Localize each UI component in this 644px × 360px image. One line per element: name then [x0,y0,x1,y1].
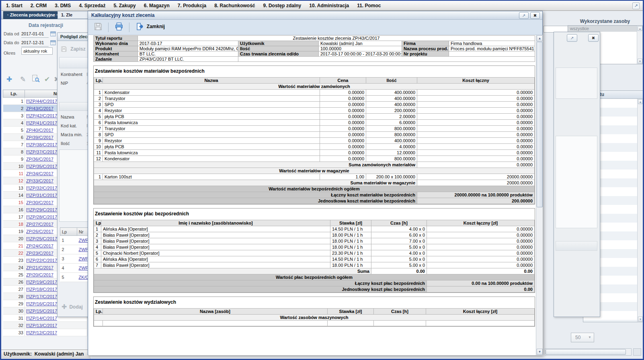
add-button[interactable]: ✚Dodaj [62,303,83,311]
popout-icon[interactable]: ↗ [632,2,640,9]
dialog-vertical-scrollbar[interactable]: ▲ ▼ [536,35,543,355]
order-link[interactable]: [!]ZP/18/C/2017 [26,287,57,292]
add-icon[interactable]: ✚ [4,74,14,85]
order-link[interactable]: [!]ZP/42/C/2017 [26,113,57,118]
order-link[interactable]: ZP/20/C/2017 [26,272,53,277]
page-size-select[interactable]: 50 ▼ [571,333,594,342]
scroll-down-icon[interactable]: ▼ [638,317,643,321]
resource-item[interactable]: wszystkie [568,26,642,32]
menu-item[interactable]: 11. Pomoc [353,1,385,10]
order-row[interactable]: 32 [!]ZP/13/C/2017 [3,322,87,329]
order-lp: 8 [3,148,25,155]
period-select[interactable]: aktualny rok [21,47,53,55]
menu-item[interactable]: 8. Rachunkowość [210,1,259,10]
order-lp: 17 [3,213,25,221]
order-link[interactable]: [!]ZP/38/C/2017 [26,142,57,147]
horizontal-scrollbar[interactable] [545,348,632,356]
suborder-lp: 5 [60,273,77,282]
save-icon [61,46,67,52]
menu-item[interactable]: 1. Start [2,1,27,10]
order-link[interactable]: [!]ZP/14/C/2017 [26,316,57,321]
menu-item[interactable]: 3. DMS [51,1,75,10]
edit-icon[interactable]: ✎ [18,74,28,85]
order-lp: 9 [3,155,25,163]
menu-item[interactable]: 7. Produkcja [174,1,210,10]
resources-scrollbar[interactable]: ▲ ▼ [637,26,642,64]
panel-box [556,136,597,228]
wage-row: 3 Białas Paweł [Operator] 18.00 PLN / 1 … [94,238,535,244]
order-link[interactable]: ZP/30/C/2017 [26,200,53,205]
application-window: 1. Start2. CRM3. DMS4. Sprzedaż5. Zakupy… [1,1,643,359]
order-link[interactable]: ZP/26/C/2017 [26,229,53,234]
menu-item[interactable]: 10. Administracja [305,1,353,10]
close-icon[interactable]: ✖ [588,34,599,42]
menu-item[interactable]: 6. Magazyn [140,1,174,10]
order-link[interactable]: ZP/34/C/2017 [26,171,53,176]
tab-zlecenia-produkcyjne[interactable]: · Zlecenia produkcyjne · [3,11,62,19]
order-link[interactable]: [!]ZP/41/C/2017 [26,121,57,125]
order-link[interactable]: [!]ZP/22/C/2017 [26,258,57,263]
suborder-lp: 3 [60,254,77,264]
scrollbar-thumb[interactable] [546,349,626,355]
menu-item[interactable]: 2. CRM [27,1,51,10]
order-link[interactable]: [!]ZP/15/C/2017 [26,309,57,313]
menu-item[interactable]: 5. Zakupy [109,1,139,10]
order-lp: 19 [3,228,25,235]
scrollbar-thumb[interactable] [537,42,543,207]
order-link[interactable]: [!]ZP/44/C/2017 [26,99,57,104]
toolbar-separator [129,22,129,32]
order-link[interactable]: [!]ZP/29/C/2017 [26,207,57,212]
menu-item[interactable]: 9. Dostęp zdalny [259,1,306,10]
order-link[interactable]: [!]ZP/28/C/2017 [26,215,57,219]
save-button[interactable]: Zapisz [61,43,86,55]
dialog-toolbar: Zamknij [88,20,542,35]
order-link[interactable]: [!]ZP/32/C/2017 [26,186,57,190]
close-dialog-button[interactable]: Zamknij [133,21,167,33]
order-link[interactable]: [!]ZP/16/C/2017 [26,301,57,306]
close-button[interactable]: ✖ [530,12,540,19]
order-link[interactable]: [!]ZP/25/C/2017 [26,236,57,241]
order-link[interactable]: ZP/27/C/2017 [26,222,53,227]
order-link[interactable]: ZP/40/C/2017 [26,128,53,133]
calendar-icon[interactable] [50,41,56,46]
menu-item[interactable]: 4. Sprzedaż [75,1,109,10]
order-link[interactable]: [!]ZP/12/C/2017 [26,330,57,335]
order-link[interactable]: [!]ZP/35/C/2017 [26,164,57,169]
order-link[interactable]: ZP/43/C/2017 [26,106,53,111]
order-link[interactable]: [!]ZP/17/C/2017 [26,294,57,299]
order-link[interactable]: ZP/21/C/2017 [26,265,53,270]
material-row: 8 SPD 0.00000 800.00000 0.00000 [94,132,535,138]
date-from-input[interactable]: 2017-01-01 [21,30,49,38]
order-link[interactable]: [!]ZP/31/C/2017 [26,193,57,198]
project-table-scrollbar[interactable]: ▲ ▼ [637,99,643,322]
order-link[interactable]: ZP/36/C/2017 [26,157,53,162]
scroll-up-icon[interactable]: ▲ [537,35,543,41]
save-button[interactable] [91,21,105,33]
popout-button[interactable]: ↗ [519,12,529,19]
group-title: Wartość zasobów maszynowych [94,315,535,321]
scroll-down-icon[interactable]: ▼ [638,59,642,63]
print-button[interactable] [112,21,126,33]
order-lp: 30 [3,307,25,315]
order-link[interactable]: ZP/33/C/2017 [26,178,53,183]
toolbar-separator [108,22,109,32]
calendar-icon[interactable] [50,33,56,37]
order-link[interactable]: [!]ZP/13/C/2017 [26,323,57,328]
order-link[interactable]: ZP/39/C/2017 [26,135,53,140]
tab-next[interactable]: 1. Zle [57,11,90,19]
order-link[interactable]: [!]ZP/37/C/2017 [26,149,57,154]
scroll-down-icon[interactable]: ▼ [537,349,543,355]
order-link[interactable]: ZP/23/C/2017 [26,251,53,256]
order-lp: 6 [3,134,25,141]
scroll-up-icon[interactable]: ▲ [638,99,643,104]
date-to-input[interactable]: 2017-12-31 [21,39,49,47]
order-row[interactable]: 33 [!]ZP/12/C/2017 [3,329,87,336]
scroll-up-icon[interactable]: ▲ [638,26,642,31]
order-link[interactable]: [!]ZP/19/C/2017 [26,280,57,284]
preview-document-icon[interactable] [31,74,41,85]
confirm-icon[interactable]: ✔ [42,74,52,85]
order-link[interactable]: ZP/24/C/2017 [26,243,53,248]
departments-table: Lp. Nazwa [zasób] Stawka [zł] Czas [h] K… [94,308,535,326]
save-icon [94,22,103,31]
popout-icon[interactable]: ↗ [567,34,577,42]
